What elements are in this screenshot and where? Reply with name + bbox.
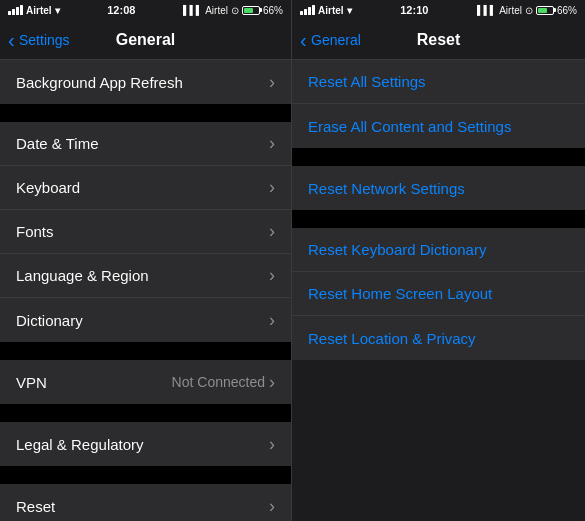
nav-title-left: General (116, 31, 176, 49)
wifi-icon-left: ▾ (55, 5, 60, 16)
label-fonts: Fonts (16, 223, 54, 240)
group-vpn: VPN Not Connected (0, 360, 291, 404)
label-reset: Reset (16, 498, 55, 515)
chevron-icon-language (269, 265, 275, 286)
chevron-icon-fonts (269, 221, 275, 242)
battery-pct-right: 66% (557, 5, 577, 16)
status-carrier-left: Airtel ▾ (8, 5, 60, 16)
carrier2-right: Airtel (499, 5, 522, 16)
gap-r1 (292, 148, 585, 166)
label-dictionary: Dictionary (16, 312, 83, 329)
left-panel: Airtel ▾ 12:08 ▌▌▌ Airtel ⊙ 66% Settings… (0, 0, 292, 521)
chevron-dictionary (269, 310, 275, 331)
nav-title-right: Reset (417, 31, 461, 49)
group-legal: Legal & Regulatory (0, 422, 291, 466)
right-panel: Airtel ▾ 12:10 ▌▌▌ Airtel ⊙ 66% General … (292, 0, 585, 521)
row-keyboard[interactable]: Keyboard (0, 166, 291, 210)
back-button-left[interactable]: Settings (8, 32, 70, 48)
wifi2-right: ⊙ (525, 5, 533, 16)
gap-1 (0, 104, 291, 122)
reset-list: Reset All Settings Erase All Content and… (292, 60, 585, 521)
group-reset-2: Reset Network Settings (292, 166, 585, 210)
row-vpn[interactable]: VPN Not Connected (0, 360, 291, 404)
chevron-fonts (269, 221, 275, 242)
settings-list-left: Background App Refresh Date & Time Keybo… (0, 60, 291, 521)
nav-bar-left: Settings General (0, 20, 291, 60)
battery-icon-left (242, 6, 260, 15)
label-vpn: VPN (16, 374, 47, 391)
time-left: 12:08 (107, 4, 135, 16)
nav-bar-right: General Reset (292, 20, 585, 60)
row-fonts[interactable]: Fonts (0, 210, 291, 254)
label-legal: Legal & Regulatory (16, 436, 144, 453)
row-reset-location-privacy[interactable]: Reset Location & Privacy (292, 316, 585, 360)
time-right: 12:10 (400, 4, 428, 16)
battery-icon-right (536, 6, 554, 15)
status-icons-left: ▌▌▌ Airtel ⊙ 66% (183, 5, 283, 16)
signal-icon2-right: ▌▌▌ (477, 5, 496, 15)
row-date-time[interactable]: Date & Time (0, 122, 291, 166)
back-label-right: General (311, 32, 361, 48)
carrier-text-left: Airtel (26, 5, 52, 16)
signal-icon-right (300, 5, 315, 15)
battery-pct-left: 66% (263, 5, 283, 16)
label-reset-all-settings: Reset All Settings (308, 73, 426, 90)
group-reset: Reset (0, 484, 291, 521)
wifi-icon-right: ▾ (347, 5, 352, 16)
chevron-left-icon-right (300, 33, 308, 47)
battery-fill-left (244, 8, 253, 13)
chevron-icon-background (269, 72, 275, 93)
chevron-date (269, 133, 275, 154)
gap-r2 (292, 210, 585, 228)
vpn-right: Not Connected (172, 372, 275, 393)
row-reset-network[interactable]: Reset Network Settings (292, 166, 585, 210)
row-background-app-refresh[interactable]: Background App Refresh (0, 60, 291, 104)
signal-icon2-left: ▌▌▌ (183, 5, 202, 15)
carrier-text-right: Airtel (318, 5, 344, 16)
chevron-legal (269, 434, 275, 455)
group-datetime: Date & Time Keyboard Fonts Language & Re… (0, 122, 291, 342)
chevron-background (269, 72, 275, 93)
chevron-keyboard (269, 177, 275, 198)
row-language[interactable]: Language & Region (0, 254, 291, 298)
chevron-icon-vpn (269, 372, 275, 393)
group-reset-3: Reset Keyboard Dictionary Reset Home Scr… (292, 228, 585, 360)
status-icons-right: ▌▌▌ Airtel ⊙ 66% (477, 5, 577, 16)
chevron-reset (269, 496, 275, 517)
carrier2-left: Airtel (205, 5, 228, 16)
wifi2-left: ⊙ (231, 5, 239, 16)
label-reset-keyboard-dict: Reset Keyboard Dictionary (308, 241, 486, 258)
chevron-icon-date (269, 133, 275, 154)
battery-fill-right (538, 8, 547, 13)
row-dictionary[interactable]: Dictionary (0, 298, 291, 342)
status-carrier-right: Airtel ▾ (300, 5, 352, 16)
row-reset-home-screen[interactable]: Reset Home Screen Layout (292, 272, 585, 316)
chevron-icon-legal (269, 434, 275, 455)
label-reset-network: Reset Network Settings (308, 180, 465, 197)
label-date-time: Date & Time (16, 135, 99, 152)
chevron-left-icon-left (8, 33, 16, 47)
back-button-right[interactable]: General (300, 32, 361, 48)
group-reset-1: Reset All Settings Erase All Content and… (292, 60, 585, 148)
status-bar-left: Airtel ▾ 12:08 ▌▌▌ Airtel ⊙ 66% (0, 0, 291, 20)
label-keyboard: Keyboard (16, 179, 80, 196)
vpn-status: Not Connected (172, 374, 265, 390)
label-erase-all: Erase All Content and Settings (308, 118, 511, 135)
chevron-icon-dictionary (269, 310, 275, 331)
label-language: Language & Region (16, 267, 149, 284)
label-reset-home-screen: Reset Home Screen Layout (308, 285, 492, 302)
back-label-left: Settings (19, 32, 70, 48)
status-bar-right: Airtel ▾ 12:10 ▌▌▌ Airtel ⊙ 66% (292, 0, 585, 20)
row-erase-all[interactable]: Erase All Content and Settings (292, 104, 585, 148)
signal-icon-left (8, 5, 23, 15)
row-reset-keyboard-dict[interactable]: Reset Keyboard Dictionary (292, 228, 585, 272)
chevron-icon-reset (269, 496, 275, 517)
row-legal[interactable]: Legal & Regulatory (0, 422, 291, 466)
row-reset[interactable]: Reset (0, 484, 291, 521)
group-background: Background App Refresh (0, 60, 291, 104)
gap-3 (0, 404, 291, 422)
chevron-language (269, 265, 275, 286)
gap-2 (0, 342, 291, 360)
row-reset-all-settings[interactable]: Reset All Settings (292, 60, 585, 104)
chevron-icon-keyboard (269, 177, 275, 198)
